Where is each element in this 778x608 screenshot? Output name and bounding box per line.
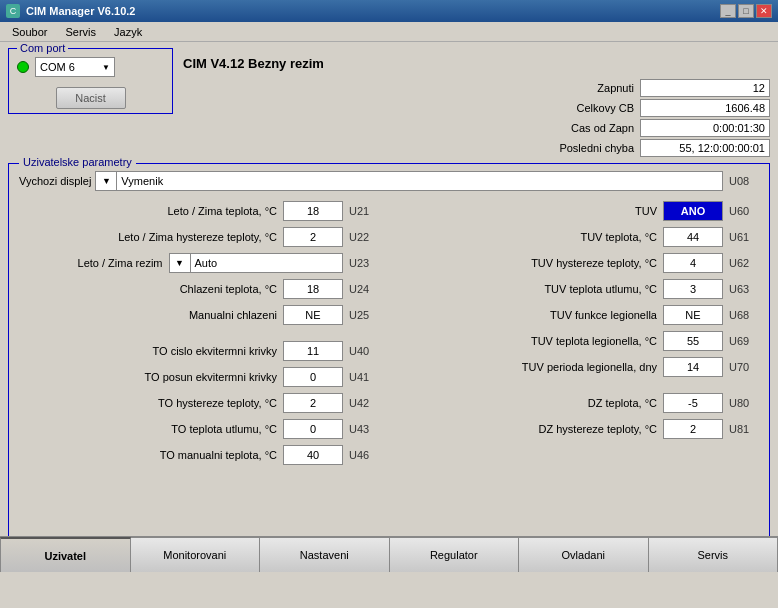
left-params-container: Leto / Zima teplota, °C18U21Leto / Zima … xyxy=(19,200,379,466)
right-param-value[interactable]: NE xyxy=(663,305,723,325)
cim-title: CIM V4.12 Bezny rezim xyxy=(183,48,770,75)
right-param-code: U63 xyxy=(729,283,759,295)
params-legend: Uzivatelske parametry xyxy=(19,156,136,168)
param-code: U41 xyxy=(349,371,379,383)
right-param-label: TUV teplota, °C xyxy=(399,231,663,243)
param-value[interactable]: 11 xyxy=(283,341,343,361)
minimize-button[interactable]: _ xyxy=(720,4,736,18)
nacist-button[interactable]: Nacist xyxy=(56,87,126,109)
cas-label: Cas od Zapn xyxy=(559,122,634,134)
param-value: Auto xyxy=(191,253,344,273)
left-param-row: TO cislo ekvitermni krivky11U40 xyxy=(19,340,379,362)
menu-soubor[interactable]: Soubor xyxy=(4,24,55,40)
dropdown-arrow-icon: ▼ xyxy=(102,63,110,72)
params-left: Leto / Zima teplota, °C18U21Leto / Zima … xyxy=(19,200,389,470)
tab-uzivatel[interactable]: Uzivatel xyxy=(0,537,131,572)
right-param-row: TUV teplota legionella, °C55U69 xyxy=(399,330,759,352)
left-param-row: TO posun ekvitermni krivky0U41 xyxy=(19,366,379,388)
params-content: Leto / Zima teplota, °C18U21Leto / Zima … xyxy=(19,200,759,470)
left-param-row: Leto / Zima teplota, °C18U21 xyxy=(19,200,379,222)
right-param-row: TUV funkce legionellaNEU68 xyxy=(399,304,759,326)
right-param-label: TUV teplota legionella, °C xyxy=(399,335,663,347)
close-button[interactable]: ✕ xyxy=(756,4,772,18)
right-param-code: U61 xyxy=(729,231,759,243)
params-box: Uzivatelske parametry Vychozi displej ▼ … xyxy=(8,163,770,553)
param-value[interactable]: 40 xyxy=(283,445,343,465)
right-param-label: TUV hystereze teploty, °C xyxy=(399,257,663,269)
param-code: U24 xyxy=(349,283,379,295)
vychozi-label: Vychozi displej xyxy=(19,175,91,187)
right-param-value[interactable]: 44 xyxy=(663,227,723,247)
param-value[interactable]: 2 xyxy=(283,227,343,247)
param-label: Leto / Zima rezim xyxy=(19,257,169,269)
left-param-row: Manualni chlazeniNEU25 xyxy=(19,304,379,326)
right-param-label: TUV funkce legionella xyxy=(399,309,663,321)
param-value[interactable]: 2 xyxy=(283,393,343,413)
right-param-label: DZ hystereze teploty, °C xyxy=(399,423,663,435)
param-code: U43 xyxy=(349,423,379,435)
tab-servis[interactable]: Servis xyxy=(649,537,779,572)
vychozi-select[interactable]: ▼ xyxy=(95,171,117,191)
led-indicator xyxy=(17,61,29,73)
window-title: CIM Manager V6.10.2 xyxy=(26,5,135,17)
posledni-value: 55, 12:0:00:00:01 xyxy=(640,139,770,157)
param-code: U22 xyxy=(349,231,379,243)
tab-regulator[interactable]: Regulator xyxy=(390,537,520,572)
param-value[interactable]: NE xyxy=(283,305,343,325)
left-param-row: TO manualni teplota, °C40U46 xyxy=(19,444,379,466)
param-value[interactable]: 0 xyxy=(283,419,343,439)
param-code: U46 xyxy=(349,449,379,461)
right-param-code: U80 xyxy=(729,397,759,409)
left-param-row: TO teplota utlumu, °C0U43 xyxy=(19,418,379,440)
param-label: TO teplota utlumu, °C xyxy=(19,423,283,435)
app-icon: C xyxy=(6,4,20,18)
param-code: U40 xyxy=(349,345,379,357)
right-param-row: TUV teplota utlumu, °C3U63 xyxy=(399,278,759,300)
params-right: TUVANOU60TUV teplota, °C44U61TUV hystere… xyxy=(389,200,759,470)
param-label: Manualni chlazeni xyxy=(19,309,283,321)
right-param-code: U70 xyxy=(729,361,759,373)
left-param-row: Leto / Zima hystereze teploty, °C2U22 xyxy=(19,226,379,248)
com-select[interactable]: COM 6 ▼ xyxy=(35,57,115,77)
param-value[interactable]: 18 xyxy=(283,201,343,221)
right-param-row: DZ hystereze teploty, °C2U81 xyxy=(399,418,759,440)
right-param-row: TUV hystereze teploty, °C4U62 xyxy=(399,252,759,274)
right-param-value[interactable]: 4 xyxy=(663,253,723,273)
param-code: U23 xyxy=(349,257,379,269)
tab-ovladani[interactable]: Ovladani xyxy=(519,537,649,572)
right-param-label: TUV teplota utlumu, °C xyxy=(399,283,663,295)
param-value[interactable]: 0 xyxy=(283,367,343,387)
right-param-value[interactable]: ANO xyxy=(663,201,723,221)
right-param-value[interactable]: 3 xyxy=(663,279,723,299)
param-label: Chlazeni teplota, °C xyxy=(19,283,283,295)
right-param-value[interactable]: 14 xyxy=(663,357,723,377)
menu-bar: Soubor Servis Jazyk xyxy=(0,22,778,42)
right-param-value[interactable]: 2 xyxy=(663,419,723,439)
right-param-label: TUV xyxy=(399,205,663,217)
title-bar: C CIM Manager V6.10.2 _ □ ✕ xyxy=(0,0,778,22)
right-param-row: TUVANOU60 xyxy=(399,200,759,222)
right-params-container: TUVANOU60TUV teplota, °C44U61TUV hystere… xyxy=(399,200,759,440)
posledni-label: Posledni chyba xyxy=(559,142,634,154)
tab-monitorovani[interactable]: Monitorovani xyxy=(131,537,261,572)
tab-nastaveni[interactable]: Nastaveni xyxy=(260,537,390,572)
menu-servis[interactable]: Servis xyxy=(57,24,104,40)
right-param-row: DZ teplota, °C-5U80 xyxy=(399,392,759,414)
menu-jazyk[interactable]: Jazyk xyxy=(106,24,150,40)
right-param-value[interactable]: -5 xyxy=(663,393,723,413)
param-value[interactable]: 18 xyxy=(283,279,343,299)
right-param-code: U69 xyxy=(729,335,759,347)
param-label: Leto / Zima hystereze teploty, °C xyxy=(19,231,283,243)
right-param-code: U68 xyxy=(729,309,759,321)
param-label: TO hystereze teploty, °C xyxy=(19,397,283,409)
right-param-row: TUV teplota, °C44U61 xyxy=(399,226,759,248)
vychozi-value: Vymenik xyxy=(117,171,723,191)
param-code: U21 xyxy=(349,205,379,217)
param-dropdown-icon[interactable]: ▼ xyxy=(169,253,191,273)
param-label: Leto / Zima teplota, °C xyxy=(19,205,283,217)
maximize-button[interactable]: □ xyxy=(738,4,754,18)
right-param-value[interactable]: 55 xyxy=(663,331,723,351)
right-param-row: TUV perioda legionella, dny14U70 xyxy=(399,356,759,378)
title-controls: _ □ ✕ xyxy=(720,4,772,18)
zapnuti-value: 12 xyxy=(640,79,770,97)
